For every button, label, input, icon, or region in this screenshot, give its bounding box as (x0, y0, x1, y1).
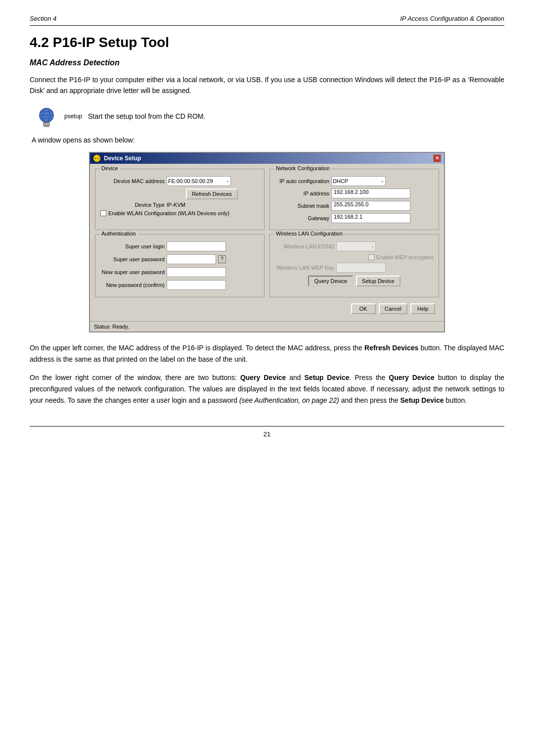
wep-checkbox-row: Enable WEP encryption (275, 254, 434, 260)
section-subtitle: MAC Address Detection (30, 58, 504, 67)
ok-button[interactable]: OK (351, 303, 376, 314)
auth-panel-content: Super user login Super user password ? N… (100, 241, 259, 290)
super-user-login-input[interactable] (167, 241, 226, 251)
wep-key-label: Wireless LAN WEP Key (275, 265, 334, 271)
auth-panel: Authentication Super user login Super us… (95, 234, 265, 297)
mac-label: Device MAC address (100, 178, 165, 184)
page-title: 4.2 P16-IP Setup Tool (30, 35, 504, 50)
super-user-password-input[interactable] (167, 254, 216, 264)
new-password-row: New super user password (100, 267, 259, 277)
window-opens-text: A window opens as shown below: (32, 136, 504, 144)
wlan-checkbox-row: Enable WLAN Configuration (WLAN Devices … (100, 210, 259, 216)
new-password-input[interactable] (167, 267, 226, 277)
wireless-panel-content: Wireless LAN ESSID ⌄ Enable WEP encrypti… (275, 241, 434, 286)
close-button[interactable]: ✕ (433, 154, 441, 162)
network-panel-title: Network Configuration (274, 165, 332, 171)
network-panel: Network Configuration IP auto configurat… (269, 169, 439, 230)
setup-device-bold: Setup Device (305, 374, 350, 381)
subnet-row: Subnet mask 255.255.255.0 (275, 201, 434, 211)
status-bar: Status: Ready. (90, 321, 444, 331)
essid-arrow: ⌄ (371, 244, 374, 248)
wep-key-row: Wireless LAN WEP Key (275, 263, 434, 273)
svg-point-10 (97, 157, 99, 159)
new-password-confirm-row: New password (confirm) (100, 280, 259, 290)
new-password-confirm-label: New password (confirm) (100, 282, 165, 288)
wireless-panel-title: Wireless LAN Configuration (274, 231, 345, 236)
svg-text:USB: USB (44, 123, 49, 126)
ip-auto-arrow: ⌄ (381, 179, 384, 183)
setup-device-bold-2: Setup Device (400, 396, 444, 404)
device-panel-title: Device (99, 165, 120, 171)
help-button[interactable]: Help (410, 303, 435, 314)
gateway-row: Gateway 192.168.2.1 (275, 213, 434, 223)
window-content: Device Device MAC address FE:00:00:50:00… (90, 164, 444, 321)
wireless-panel: Wireless LAN Configuration Wireless LAN … (269, 234, 439, 297)
ip-auto-label: IP auto configuration (275, 178, 329, 184)
device-type-label: Device Type (100, 202, 165, 208)
status-text: Status: Ready. (94, 324, 129, 330)
svg-rect-6 (44, 126, 48, 127)
device-type-row: Device Type IP-KVM (100, 202, 259, 208)
setup-icon-row: USB psetup Start the setup tool from the… (35, 104, 504, 128)
super-user-password-label: Super user password (100, 256, 165, 262)
essid-row: Wireless LAN ESSID ⌄ (275, 241, 434, 251)
mac-dropdown-arrow: ⌄ (226, 179, 229, 183)
bottom-buttons-row: OK Cancel Help (95, 301, 439, 316)
new-password-confirm-input[interactable] (167, 280, 226, 290)
auth-panel-title: Authentication (99, 231, 138, 236)
super-user-login-row: Super user login (100, 241, 259, 251)
page-header: Section 4 IP Access Configuration & Oper… (30, 15, 504, 26)
header-right: IP Access Configuration & Operation (400, 15, 504, 22)
mac-select[interactable]: FE:00:00:50:00:29 ⌄ (167, 176, 231, 186)
top-panels-row: Device Device MAC address FE:00:00:50:00… (95, 169, 439, 230)
setup-instruction: Start the setup tool from the CD ROM. (88, 112, 205, 120)
paragraph-2: On the lower right corner of the window,… (30, 372, 504, 406)
ip-auto-select[interactable]: DHCP ⌄ (331, 176, 386, 186)
page-number: 21 (264, 430, 270, 438)
super-user-password-row: Super user password ? (100, 254, 259, 264)
cancel-button[interactable]: Cancel (379, 303, 407, 314)
ip-address-row: IP address 192.168.2.100 (275, 189, 434, 198)
network-panel-content: IP auto configuration DHCP ⌄ IP address … (275, 176, 434, 223)
device-panel-content: Device MAC address FE:00:00:50:00:29 ⌄ R… (100, 176, 259, 216)
window-titlebar: Device Setup ✕ (90, 153, 444, 164)
gateway-input[interactable]: 192.168.2.1 (331, 213, 410, 223)
bottom-panels-row: Authentication Super user login Super us… (95, 234, 439, 297)
page-footer: 21 (30, 426, 504, 438)
gateway-label: Gateway (275, 215, 329, 221)
auth-italic: (see Authentication, on page 22) (239, 396, 339, 404)
refresh-row: Refresh Devices (165, 189, 259, 199)
essid-label: Wireless LAN ESSID (275, 243, 334, 249)
wep-key-input (336, 263, 386, 273)
subnet-input[interactable]: 255.255.255.0 (331, 201, 410, 211)
essid-select: ⌄ (336, 241, 376, 251)
window-title: Device Setup (104, 155, 141, 162)
refresh-devices-button[interactable]: Refresh Devices (186, 189, 238, 199)
subnet-label: Subnet mask (275, 203, 329, 209)
super-user-login-label: Super user login (100, 243, 165, 249)
ip-auto-row: IP auto configuration DHCP ⌄ (275, 176, 434, 186)
device-panel: Device Device MAC address FE:00:00:50:00… (95, 169, 265, 230)
mac-address-row: Device MAC address FE:00:00:50:00:29 ⌄ (100, 176, 259, 186)
device-type-value: IP-KVM (167, 202, 185, 208)
new-password-label: New super user password (100, 269, 165, 275)
query-device-button[interactable]: Query Device (308, 276, 353, 286)
wlan-checkbox[interactable] (100, 210, 106, 216)
bottom-paragraphs: On the upper left corner, the MAC addres… (30, 342, 504, 406)
password-help-button[interactable]: ? (218, 255, 226, 263)
header-left: Section 4 (30, 15, 56, 22)
wep-checkbox-label: Enable WEP encryption (376, 254, 434, 260)
refresh-devices-bold: Refresh Devices (364, 344, 418, 352)
wlan-checkbox-label: Enable WLAN Configuration (WLAN Devices … (108, 210, 229, 216)
svg-point-9 (94, 157, 96, 159)
query-device-bold-2: Query Device (389, 374, 435, 381)
titlebar-left: Device Setup (93, 154, 141, 162)
query-setup-row: Query Device Setup Device (275, 276, 434, 286)
query-device-bold: Query Device (240, 374, 286, 381)
intro-paragraph: Connect the P16-IP to your computer eith… (30, 74, 504, 96)
setup-device-button[interactable]: Setup Device (356, 276, 400, 286)
device-setup-window: Device Setup ✕ Device Device MAC address… (89, 152, 445, 332)
psetup-label: psetup (64, 113, 82, 120)
window-icon (93, 154, 101, 162)
ip-address-input[interactable]: 192.168.2.100 (331, 189, 410, 198)
